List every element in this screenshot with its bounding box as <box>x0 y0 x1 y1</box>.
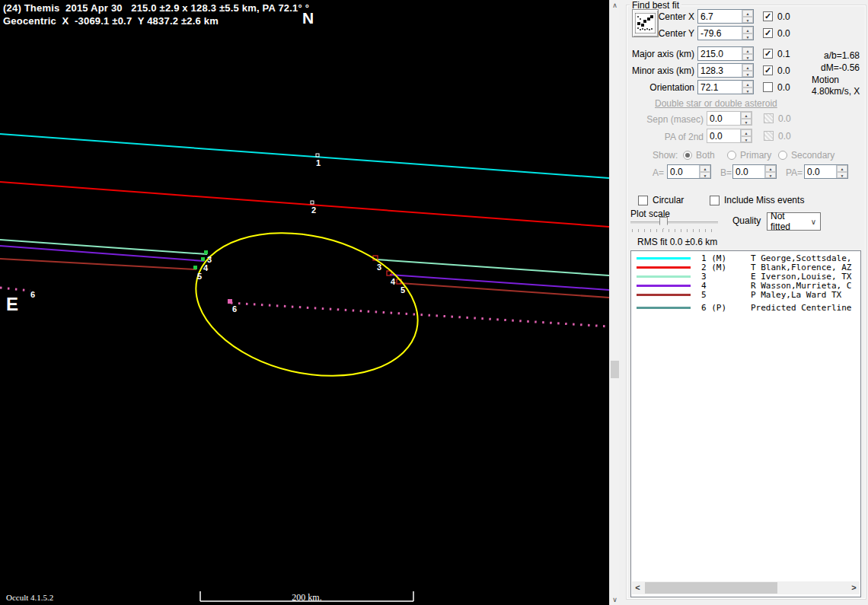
main-vertical-scrollbar[interactable]: ∧ ∨ <box>609 0 619 605</box>
motion-value: 4.80km/s, X <box>812 86 860 97</box>
scale-bar-label: 200 km. <box>261 592 353 603</box>
chord-1-line <box>0 134 609 178</box>
pa-of-2nd-fit-checkbox <box>764 131 774 141</box>
circular-checkbox[interactable] <box>638 196 648 205</box>
fitted-ellipse <box>182 212 432 396</box>
dm-value: dM=-0.56 <box>794 62 860 73</box>
scroll-right-icon[interactable]: > <box>848 581 860 594</box>
center-y-input[interactable]: -79.6 ▲▼ <box>697 26 754 40</box>
show-primary-label: Primary <box>740 150 771 161</box>
occult-window: (24) Themis 2015 Apr 30 215.0 ±2.9 x 128… <box>0 0 868 605</box>
orientation-label: Orientation <box>625 82 694 93</box>
show-primary-radio[interactable] <box>727 151 736 160</box>
plot-scale-slider-track[interactable] <box>630 221 718 224</box>
pa2-spinner[interactable]: ▲▼ <box>836 165 847 178</box>
rms-fit-status: RMS fit 0.0 ±0.6 km <box>637 237 717 247</box>
chord-6-line-left <box>0 288 30 291</box>
center-x-label: Center X <box>625 11 694 22</box>
list-item[interactable]: 5P Maley,La Ward TX <box>631 291 860 300</box>
major-axis-label: Major axis (km) <box>625 49 694 59</box>
include-miss-events-label: Include Miss events <box>724 195 804 205</box>
fit-control-panel: Find best fit Center X 6.7 ▲▼ ✓ 0.0 <box>619 0 868 605</box>
orientation-fit-checkbox[interactable] <box>763 82 773 92</box>
chord-4-label-right: 4 <box>391 278 395 286</box>
center-x-fit-checkbox[interactable]: ✓ <box>763 11 773 21</box>
chord-2-line <box>0 182 609 227</box>
quality-label: Quality <box>732 215 761 226</box>
chord-2-marker <box>311 201 314 204</box>
sepn-spinner[interactable]: ▲▼ <box>740 112 752 125</box>
compass-east-label: E <box>6 294 18 315</box>
major-axis-fit-checkbox[interactable]: ✓ <box>763 49 773 59</box>
b-input[interactable]: 0.0 ▲▼ <box>732 164 777 179</box>
chord-2-label: 2 <box>311 206 316 215</box>
chord-4-disappearance-marker <box>201 257 205 261</box>
dropdown-arrow-icon: ∨ <box>807 218 820 226</box>
show-secondary-label: Secondary <box>791 150 834 161</box>
observer-list[interactable]: 1 (M)T George,Scottsdale, 2 (M)T Blank,F… <box>630 250 861 597</box>
b-spinner[interactable]: ▲▼ <box>764 165 776 178</box>
motion-label: Motion <box>812 75 839 85</box>
vertical-scroll-thumb[interactable] <box>611 361 619 378</box>
show-both-radio[interactable] <box>683 151 692 160</box>
pa-of-2nd-spinner[interactable]: ▲▼ <box>740 129 752 142</box>
center-x-step-value: 0.0 <box>777 11 790 22</box>
center-x-input[interactable]: 6.7 ▲▼ <box>697 9 754 24</box>
chord-1-label: 1 <box>316 159 321 167</box>
minor-axis-fit-checkbox[interactable]: ✓ <box>763 65 773 75</box>
occultation-plot[interactable]: (24) Themis 2015 Apr 30 215.0 ±2.9 x 128… <box>0 0 609 605</box>
pa-of-2nd-step-value: 0.0 <box>778 131 791 142</box>
plot-scale-slider-ticks <box>632 229 717 232</box>
chord-6-label-right: 6 <box>232 305 237 314</box>
chord-3-swatch <box>637 275 691 278</box>
list-item[interactable]: 6 (P)Predicted Centerline <box>631 304 860 313</box>
a-input[interactable]: 0.0 ▲▼ <box>667 164 711 179</box>
show-secondary-radio[interactable] <box>778 151 787 160</box>
chord-4-line-left <box>0 246 204 261</box>
pa2-label: PA= <box>786 167 803 178</box>
pa-of-2nd-input[interactable]: 0.0 ▲▼ <box>707 129 752 143</box>
pa2-input[interactable]: 0.0 ▲▼ <box>804 164 848 179</box>
show-label: Show: <box>653 150 678 161</box>
a-spinner[interactable]: ▲▼ <box>699 165 710 178</box>
sepn-label: Sepn (masec) <box>634 114 704 125</box>
chord-3-line-right <box>376 260 609 275</box>
app-version: Occult 4.1.5.2 <box>6 593 53 602</box>
list-horizontal-scrollbar[interactable]: < > <box>632 581 860 594</box>
center-y-step-value: 0.0 <box>777 28 790 39</box>
circular-label: Circular <box>653 195 684 205</box>
chord-5-swatch <box>637 294 691 296</box>
chord-4-line-right <box>390 275 609 290</box>
pa-of-2nd-label: PA of 2nd <box>634 132 704 142</box>
scroll-left-icon[interactable]: < <box>632 581 643 594</box>
orientation-step-value: 0.0 <box>777 82 790 93</box>
center-y-spinner[interactable]: ▲▼ <box>742 27 753 40</box>
compass-north-label: N <box>302 9 314 27</box>
chord-5-disappearance-marker <box>193 266 197 269</box>
a-label: A= <box>653 167 664 178</box>
center-y-fit-checkbox[interactable]: ✓ <box>763 28 773 38</box>
horizontal-scroll-thumb[interactable] <box>645 582 777 594</box>
include-miss-events-checkbox[interactable] <box>710 196 720 205</box>
center-x-spinner[interactable]: ▲▼ <box>742 10 753 23</box>
plot-canvas <box>0 0 609 605</box>
chord-4-swatch <box>637 285 691 287</box>
chord-4-label-left: 4 <box>203 264 208 272</box>
minor-axis-spinner[interactable]: ▲▼ <box>742 64 753 77</box>
chord-3-disappearance-marker <box>204 250 208 254</box>
plot-title-line1: (24) Themis 2015 Apr 30 215.0 ±2.9 x 128… <box>3 2 309 14</box>
minor-axis-input[interactable]: 128.3 ▲▼ <box>697 63 754 78</box>
plot-title-line2: Geocentric X -3069.1 ±0.7 Y 4837.2 ±2.6 … <box>3 15 219 27</box>
b-label: B= <box>720 167 732 178</box>
orientation-spinner[interactable]: ▲▼ <box>742 81 753 94</box>
orientation-input[interactable]: 72.1 ▲▼ <box>697 80 754 94</box>
sepn-input[interactable]: 0.0 ▲▼ <box>707 111 752 126</box>
center-y-label: Center Y <box>625 28 694 39</box>
chord-6-line-right <box>231 303 609 326</box>
quality-dropdown[interactable]: Not fitted ∨ <box>767 212 821 231</box>
sepn-step-value: 0.0 <box>778 113 791 124</box>
chord-3-label-right: 3 <box>377 263 381 272</box>
major-axis-input[interactable]: 215.0 ▲▼ <box>697 46 754 61</box>
major-axis-spinner[interactable]: ▲▼ <box>742 47 753 60</box>
sepn-fit-checkbox <box>764 113 774 123</box>
